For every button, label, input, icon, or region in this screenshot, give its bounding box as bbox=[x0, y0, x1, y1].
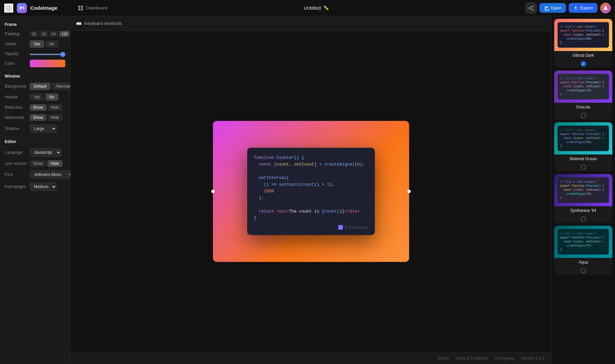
topbar-center: Untitled ✏️ bbox=[107, 5, 525, 11]
themes-sidebar: // Just a code example export function P… bbox=[551, 16, 615, 364]
line-number-hide-btn[interactable]: Hide bbox=[47, 160, 62, 167]
visible-toggle: Yes No bbox=[30, 40, 58, 48]
font-select[interactable]: Jetbrains Mono Fira Code Source Code Pro bbox=[30, 170, 71, 179]
keyboard-icon: ⌨️ bbox=[76, 21, 82, 26]
share-button[interactable] bbox=[525, 2, 537, 14]
visible-no-btn[interactable]: No bbox=[45, 40, 58, 48]
shadow-select[interactable]: Large Medium Small None bbox=[30, 124, 57, 133]
edit-title-icon[interactable]: ✏️ bbox=[323, 5, 329, 10]
svg-rect-3 bbox=[19, 7, 23, 7]
opacity-slider[interactable] bbox=[30, 54, 65, 55]
watermark-text: ⚙ CodeImage bbox=[345, 225, 368, 230]
watermark: ⚙ CodeImage bbox=[254, 225, 368, 230]
aqua-label: Aqua bbox=[554, 258, 612, 267]
document-title: Untitled bbox=[304, 5, 321, 11]
canvas-footer: Github Issue & Feedback Changelog Versio… bbox=[71, 352, 551, 364]
background-row: Background Default Alternative bbox=[5, 83, 65, 90]
reflection-row: Reflection Show Hide bbox=[5, 104, 65, 111]
theme-aqua[interactable]: // Just a code example export function P… bbox=[554, 226, 612, 275]
open-button[interactable]: Open bbox=[539, 3, 566, 13]
keyboard-label: Keyboard shortcuts bbox=[84, 21, 122, 26]
main-content: Frame Padding 16 32 64 128 Visible Yes N… bbox=[0, 16, 615, 364]
canvas-area: ⌨️ Keyboard shortcuts function Counter()… bbox=[71, 16, 551, 364]
line-number-row: Line number Show Hide bbox=[5, 160, 65, 167]
synthwave84-label: Synthwave '84 bbox=[554, 206, 612, 215]
opacity-label: Opacity bbox=[5, 51, 28, 56]
color-row: Color bbox=[5, 59, 65, 67]
line-number-show-btn[interactable]: Show bbox=[30, 160, 46, 167]
separator-1 bbox=[5, 71, 65, 71]
font-weight-select[interactable]: Medium Regular Bold bbox=[30, 182, 57, 191]
header-no-btn[interactable]: No bbox=[45, 93, 58, 101]
dashboard-label: Dashboard bbox=[86, 5, 107, 10]
watermark-row: Watermark Show Hide bbox=[5, 114, 65, 121]
svg-rect-6 bbox=[23, 7, 24, 9]
language-select[interactable]: Javascript TypeScript Python Rust bbox=[30, 148, 61, 157]
language-label: Language bbox=[5, 150, 28, 155]
theme-material-ocean[interactable]: // Just a code example export function P… bbox=[554, 122, 612, 171]
background-label: Background bbox=[5, 84, 28, 89]
code-content: function Counter() { const [count, setCo… bbox=[254, 154, 368, 222]
app-name: CodeImage bbox=[30, 5, 57, 11]
feedback-link[interactable]: Issue & Feedback bbox=[456, 356, 488, 361]
svg-line-14 bbox=[529, 6, 533, 8]
padding-64[interactable]: 64 bbox=[49, 31, 58, 37]
open-label: Open bbox=[551, 5, 562, 10]
padding-row: Padding 16 32 64 128 bbox=[5, 31, 65, 37]
visible-yes-btn[interactable]: Yes bbox=[30, 40, 44, 48]
language-row: Language Javascript TypeScript Python Ru… bbox=[5, 148, 65, 157]
window-section-title: Window bbox=[5, 74, 65, 79]
frame-section-title: Frame bbox=[5, 22, 65, 27]
svg-rect-10 bbox=[81, 8, 83, 10]
topbar-center-left: Dashboard bbox=[78, 5, 107, 11]
header-label: Header bbox=[5, 95, 28, 99]
svg-rect-9 bbox=[78, 8, 80, 10]
export-label: Export bbox=[580, 5, 593, 10]
theme-dracula[interactable]: // Just a code example export function P… bbox=[554, 71, 612, 120]
background-toggle: Default Alternative bbox=[30, 83, 71, 90]
changelog-link[interactable]: Changelog bbox=[495, 356, 514, 361]
theme-github-dark[interactable]: // Just a code example export function P… bbox=[554, 19, 612, 68]
menu-button[interactable] bbox=[4, 3, 13, 13]
theme-synthwave84[interactable]: // Just a code example export function P… bbox=[554, 174, 612, 223]
user-avatar[interactable] bbox=[600, 3, 611, 13]
opacity-slider-container bbox=[30, 51, 65, 56]
watermark-show-btn[interactable]: Show bbox=[30, 114, 46, 121]
code-frame: function Counter() { const [count, setCo… bbox=[213, 121, 409, 262]
export-button[interactable]: Export bbox=[569, 3, 598, 13]
keyboard-bar: ⌨️ Keyboard shortcuts bbox=[71, 16, 551, 31]
version-label: Version 1.0.5 bbox=[521, 356, 544, 361]
padding-16[interactable]: 16 bbox=[30, 31, 38, 37]
topbar: CodeImage Dashboard Untitled ✏️ Open bbox=[0, 0, 615, 16]
watermark-logo bbox=[338, 225, 343, 230]
svg-rect-1 bbox=[6, 8, 12, 8]
color-label: Color bbox=[5, 61, 28, 66]
svg-rect-4 bbox=[19, 8, 22, 8]
header-row: Header Yes No bbox=[5, 93, 65, 101]
canvas-viewport[interactable]: function Counter() { const [count, setCo… bbox=[71, 31, 551, 352]
header-yes-btn[interactable]: Yes bbox=[30, 93, 44, 101]
svg-line-15 bbox=[529, 8, 533, 10]
svg-rect-0 bbox=[6, 6, 12, 6]
reflection-show-btn[interactable]: Show bbox=[30, 104, 46, 111]
font-weight-label: Font weight bbox=[5, 184, 28, 189]
font-label: Font bbox=[5, 172, 28, 177]
watermark-label: Watermark bbox=[5, 115, 28, 120]
svg-rect-8 bbox=[81, 6, 83, 8]
resize-handle-left[interactable] bbox=[211, 190, 215, 193]
shadow-row: Shadow Large Medium Small None bbox=[5, 124, 65, 133]
color-swatch[interactable] bbox=[30, 59, 65, 67]
padding-128[interactable]: 128 bbox=[59, 31, 70, 37]
background-default-btn[interactable]: Default bbox=[30, 83, 50, 90]
shadow-label: Shadow bbox=[5, 126, 28, 131]
padding-buttons: 16 32 64 128 bbox=[30, 31, 70, 37]
font-row: Font Jetbrains Mono Fira Code Source Cod… bbox=[5, 170, 65, 179]
line-number-label: Line number bbox=[5, 161, 28, 166]
padding-32[interactable]: 32 bbox=[39, 31, 48, 37]
resize-handle-right[interactable] bbox=[407, 190, 411, 193]
material-ocean-label: Material Ocean bbox=[554, 154, 612, 163]
watermark-hide-btn[interactable]: Hide bbox=[47, 114, 62, 121]
github-link[interactable]: Github bbox=[437, 356, 449, 361]
reflection-hide-btn[interactable]: Hide bbox=[47, 104, 62, 111]
background-alt-btn[interactable]: Alternative bbox=[51, 83, 71, 90]
